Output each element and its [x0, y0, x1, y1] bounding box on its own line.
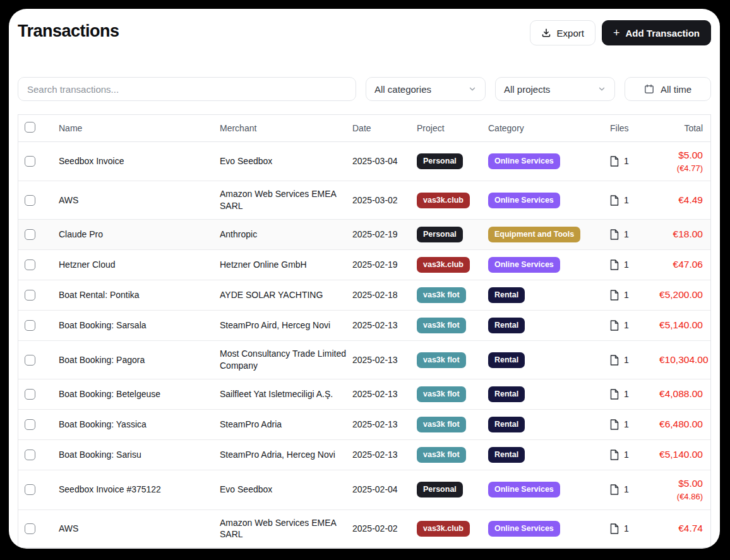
total-amount: €4.74 [678, 522, 703, 535]
header-date: Date [352, 123, 417, 133]
transaction-merchant: Amazon Web Services EMEA SARL [220, 181, 352, 219]
header-actions: Export + Add Transaction [530, 20, 711, 45]
transaction-date: 2025-02-18 [352, 280, 417, 310]
transaction-merchant: AYDE SOLAR YACHTING [220, 280, 352, 310]
total-amount: €5,140.00 [659, 319, 703, 332]
row-checkbox[interactable] [25, 389, 35, 400]
search-input[interactable] [18, 77, 356, 101]
transaction-date: 2025-02-19 [352, 250, 417, 280]
date-range-value: All time [661, 84, 691, 95]
header-total: Total [659, 123, 710, 133]
total-amount: €5,200.00 [659, 289, 703, 302]
row-checkbox[interactable] [25, 419, 35, 430]
page-title: Transactions [18, 21, 119, 41]
download-icon [541, 28, 551, 38]
table-row[interactable]: Boat Booking: Betelgeuse Sailfleet Yat I… [18, 379, 710, 410]
file-icon [610, 229, 619, 240]
file-count: 1 [624, 319, 629, 331]
transaction-merchant: Hetzner Online GmbH [220, 250, 352, 280]
transaction-name: Seedbox Invoice [59, 146, 220, 176]
total-amount: €4.49 [678, 194, 703, 207]
transaction-date: 2025-02-13 [352, 410, 417, 439]
export-button[interactable]: Export [530, 20, 595, 45]
table-row[interactable]: Hetzner Cloud Hetzner Online GmbH 2025-0… [18, 250, 710, 280]
transaction-date: 2025-03-04 [352, 146, 417, 176]
projects-dropdown[interactable]: All projects [495, 77, 615, 101]
project-badge: Personal [417, 153, 463, 169]
category-badge: Rental [488, 417, 525, 432]
table-row[interactable]: Claude Pro Anthropic 2025-02-19 Personal… [18, 220, 710, 250]
transaction-date: 2025-02-13 [352, 440, 417, 470]
file-count: 1 [624, 484, 629, 496]
file-icon [610, 450, 619, 460]
file-icon [610, 419, 619, 430]
file-count: 1 [624, 354, 629, 366]
transaction-merchant: Evo Seedbox [220, 146, 352, 176]
table-row[interactable]: Boat Booking: Yassica SteamPro Adria 202… [18, 410, 710, 440]
transaction-merchant: Anthropic [220, 220, 352, 249]
file-icon [610, 320, 619, 331]
category-badge: Online Services [488, 521, 560, 537]
project-badge: vas3k.club [417, 521, 470, 537]
project-badge: vas3k flot [417, 352, 466, 368]
total-amount: $5.00 [678, 477, 703, 491]
transaction-name: Claude Pro [59, 220, 220, 249]
transaction-name: AWS [59, 514, 220, 544]
row-checkbox[interactable] [25, 259, 35, 270]
categories-dropdown[interactable]: All categories [366, 77, 486, 101]
table-row[interactable]: Boat Rental: Pontika AYDE SOLAR YACHTING… [18, 280, 710, 311]
page-header: Transactions Export + Add Transaction [16, 18, 713, 45]
transaction-date: 2025-02-02 [352, 514, 417, 544]
project-badge: vas3k.club [417, 257, 470, 273]
transaction-date: 2025-03-02 [352, 186, 417, 215]
row-checkbox[interactable] [25, 229, 35, 240]
date-range-dropdown[interactable]: All time [625, 77, 711, 101]
row-checkbox[interactable] [25, 355, 35, 366]
table-row[interactable]: Seedbox Invoice Evo Seedbox 2025-03-04 P… [18, 142, 710, 181]
add-transaction-button[interactable]: + Add Transaction [602, 20, 711, 45]
file-count: 1 [624, 155, 629, 167]
table-row[interactable]: Boat Booking: Pagora Most Consultancy Tr… [18, 341, 710, 379]
header-merchant: Merchant [220, 123, 352, 133]
project-badge: vas3k flot [417, 287, 466, 303]
project-badge: vas3k.club [417, 193, 470, 208]
project-badge: vas3k flot [417, 318, 466, 333]
table-row[interactable]: Boat Booking: Sarisu SteamPro Adria, Her… [18, 440, 710, 470]
total-amount: $5.00 [678, 149, 703, 162]
chevron-down-icon [597, 85, 606, 93]
file-count: 1 [624, 289, 629, 301]
table-row[interactable]: Seedbox Invoice #375122 Evo Seedbox 2025… [18, 470, 710, 509]
transaction-merchant: Sailfleet Yat Isletmeciligi A.Ş. [220, 379, 352, 409]
category-badge: Rental [488, 386, 525, 402]
transaction-date: 2025-02-13 [352, 379, 417, 409]
header-category: Category [488, 123, 610, 133]
file-icon [610, 484, 619, 495]
transaction-name: Boat Booking: Sarisu [59, 440, 220, 470]
row-checkbox[interactable] [25, 320, 35, 331]
row-checkbox[interactable] [25, 156, 35, 167]
file-icon [610, 523, 619, 534]
transaction-name: Hetzner Cloud [59, 250, 220, 280]
table-row[interactable]: Boat Booking: Sarsala SteamPro Aird, Her… [18, 311, 710, 341]
table-row[interactable]: AWS Amazon Web Services EMEA SARL 2025-0… [18, 510, 710, 548]
select-all-checkbox[interactable] [25, 122, 35, 133]
row-checkbox[interactable] [25, 484, 35, 495]
row-checkbox[interactable] [25, 195, 35, 206]
project-badge: Personal [417, 482, 463, 497]
transaction-date: 2025-02-13 [352, 311, 417, 340]
file-icon [610, 156, 619, 167]
category-badge: Online Services [488, 257, 560, 273]
total-amount: €6,480.00 [659, 418, 703, 431]
row-checkbox[interactable] [25, 523, 35, 534]
file-icon [610, 259, 619, 270]
table-row[interactable]: AWS Amazon Web Services EMEA SARL 2025-0… [18, 181, 710, 220]
transaction-merchant: Most Consultancy Trade Limited Company [220, 341, 352, 379]
transaction-merchant: Evo Seedbox [220, 475, 352, 504]
project-badge: vas3k flot [417, 417, 466, 432]
transaction-merchant: Amazon Web Services EMEA SARL [220, 510, 352, 548]
row-checkbox[interactable] [25, 290, 35, 301]
total-amount: €5,140.00 [659, 448, 703, 462]
row-checkbox[interactable] [25, 450, 35, 460]
plus-icon: + [613, 27, 620, 39]
transaction-name: Boat Booking: Betelgeuse [59, 379, 220, 409]
